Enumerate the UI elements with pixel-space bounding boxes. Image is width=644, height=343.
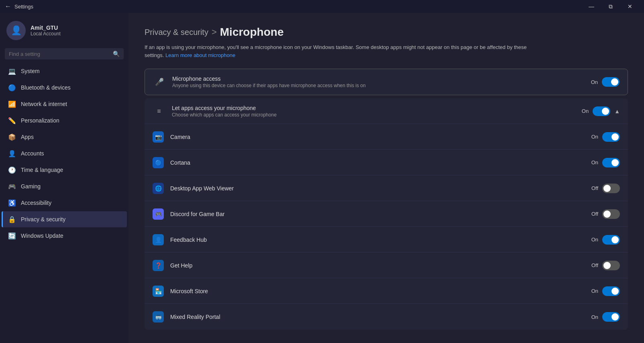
page-title: Microphone [220,26,284,39]
nav-icon-privacy: 🔒 [8,215,16,223]
app-row-feedback-hub: 👤 Feedback Hub On [145,227,628,253]
microphone-access-subtitle: Anyone using this device can choose if t… [172,83,585,88]
let-apps-subtitle: Choose which apps can access your microp… [172,112,575,118]
profile-text: Amit_GTU Local Account [31,24,61,37]
sidebar-item-gaming[interactable]: 🎮 Gaming [2,178,127,194]
nav-icon-update: 🔄 [8,232,16,240]
nav-icon-accounts: 👤 [8,149,16,157]
microphone-access-state: On [591,79,598,85]
app-row-get-help: ❓ Get Help Off [145,253,628,278]
app-icon-desktop-web-viewer: 🌐 [153,183,164,194]
profile-section[interactable]: 👤 Amit_GTU Local Account [0,16,128,47]
search-box[interactable]: 🔍 [5,48,124,59]
breadcrumb-separator: > [212,27,217,37]
app-icon-get-help: ❓ [153,260,164,271]
sidebar-item-accessibility[interactable]: ♿ Accessibility [2,195,127,211]
let-apps-state: On [582,108,589,114]
let-apps-title: Let apps access your microphone [172,105,575,111]
nav-label-update: Windows Update [21,233,63,239]
sidebar-item-apps[interactable]: 📦 Apps [2,129,127,145]
app-rows-container: 📷 Camera On 🔵 Cortana On 🌐 Desktop App W… [145,124,628,330]
sidebar-item-system[interactable]: 💻 System [2,63,127,79]
app-icon-discord: 🎮 [153,208,164,220]
nav-icon-accessibility: ♿ [8,199,16,207]
nav-label-personalization: Personalization [21,117,59,124]
app-toggle-desktop-web-viewer[interactable] [602,184,620,193]
nav-label-accounts: Accounts [21,150,44,157]
app-name-feedback-hub: Feedback Hub [170,237,585,243]
search-icon: 🔍 [113,51,120,57]
microphone-access-control: On [591,77,620,87]
app-control-camera: On [591,132,620,142]
app-icon-feedback-hub: 👤 [153,234,164,245]
app-name-desktop-web-viewer: Desktop App Web Viewer [170,185,585,192]
profile-subtitle: Local Account [31,31,61,37]
let-apps-card: ≡ Let apps access your microphone Choose… [145,98,628,330]
nav-label-time: Time & language [21,167,63,173]
restore-button[interactable]: ⧉ [601,0,620,13]
app-name-get-help: Get Help [170,262,585,269]
expand-arrow[interactable]: ▲ [614,108,620,114]
app-name-discord: Discord for Game Bar [170,211,585,217]
toggle-knob [602,108,609,115]
nav-label-system: System [21,68,40,74]
learn-more-link[interactable]: Learn more about microphone [165,52,235,58]
page-description: If an app is using your microphone, you'… [145,43,530,59]
profile-name: Amit_GTU [31,24,61,31]
app-toggle-microsoft-store[interactable] [602,286,620,296]
app-container: 👤 Amit_GTU Local Account 🔍 💻 System 🔵 Bl… [0,13,644,343]
app-toggle-discord[interactable] [602,209,620,219]
sidebar-item-privacy[interactable]: 🔒 Privacy & security [2,211,127,227]
let-apps-toggle[interactable] [593,106,610,116]
nav-label-network: Network & internet [21,101,67,107]
app-control-get-help: Off [591,261,620,270]
nav-label-accessibility: Accessibility [21,200,51,206]
breadcrumb-parent[interactable]: Privacy & security [145,28,208,37]
let-apps-control: On ▲ [582,106,620,116]
microphone-access-card: 🎤 Microphone access Anyone using this de… [145,69,628,95]
app-toggle-cortana[interactable] [602,158,620,167]
nav-icon-gaming: 🎮 [8,182,16,190]
minimize-button[interactable]: — [582,0,601,13]
app-icon-mixed-reality: 🥽 [153,311,164,323]
nav-label-apps: Apps [21,134,34,140]
nav-icon-apps: 📦 [8,133,16,141]
back-button[interactable]: ← [5,3,11,10]
sidebar-item-update[interactable]: 🔄 Windows Update [2,228,127,244]
nav-label-bluetooth: Bluetooth & devices [21,84,71,91]
app-name-microsoft-store: Microsoft Store [170,288,585,294]
app-name-cortana: Cortana [170,159,585,166]
app-toggle-get-help[interactable] [602,261,620,270]
app-icon-microsoft-store: 🏪 [153,286,164,297]
app-row-desktop-web-viewer: 🌐 Desktop App Web Viewer Off [145,176,628,201]
titlebar-left: ← Settings [5,3,33,10]
app-toggle-camera[interactable] [602,132,620,142]
sidebar-item-accounts[interactable]: 👤 Accounts [2,145,127,161]
app-icon-camera: 📷 [153,131,164,143]
app-control-feedback-hub: On [591,235,620,245]
window-controls: — ⧉ ✕ [582,0,639,13]
nav-label-gaming: Gaming [21,183,41,190]
app-toggle-feedback-hub[interactable] [602,235,620,245]
breadcrumb: Privacy & security > Microphone [145,26,628,39]
app-control-discord: Off [591,209,620,219]
microphone-access-title: Microphone access [172,76,585,82]
avatar: 👤 [6,21,26,40]
sidebar-item-bluetooth[interactable]: 🔵 Bluetooth & devices [2,80,127,96]
toggle-knob [611,78,618,86]
app-row-discord: 🎮 Discord for Game Bar Off [145,201,628,227]
app-icon-cortana: 🔵 [153,157,164,168]
close-button[interactable]: ✕ [621,0,639,13]
search-input[interactable] [9,51,110,57]
app-toggle-mixed-reality[interactable] [602,312,620,322]
sidebar-item-time[interactable]: 🕐 Time & language [2,162,127,178]
microphone-access-toggle[interactable] [602,77,620,87]
app-title: Settings [14,4,33,10]
let-apps-row: ≡ Let apps access your microphone Choose… [145,98,628,124]
sidebar-item-network[interactable]: 📶 Network & internet [2,96,127,112]
app-control-cortana: On [591,158,620,167]
microphone-access-text: Microphone access Anyone using this devi… [172,76,585,88]
main-content: Privacy & security > Microphone If an ap… [128,13,644,343]
app-control-desktop-web-viewer: Off [591,184,620,193]
sidebar-item-personalization[interactable]: ✏️ Personalization [2,112,127,129]
